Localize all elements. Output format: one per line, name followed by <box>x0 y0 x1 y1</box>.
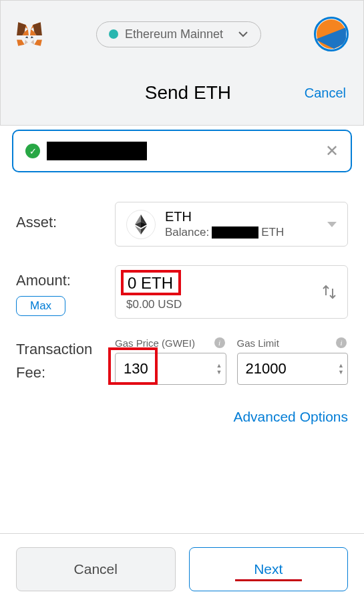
footer: Cancel Next <box>0 533 364 610</box>
amount-value: 0 ETH <box>128 274 173 292</box>
gas-price-label: Gas Price (GWEI) <box>115 337 226 349</box>
gas-inputs: Gas Price (GWEI) i ▲▼ Gas Limit i ▲▼ <box>115 337 348 385</box>
svg-marker-8 <box>25 36 28 38</box>
gas-limit-column: Gas Limit i ▲▼ <box>237 337 349 385</box>
balance-suffix: ETH <box>261 226 284 239</box>
gas-limit-label: Gas Limit <box>237 337 349 349</box>
spinner-arrows[interactable]: ▲▼ <box>338 363 344 375</box>
amount-input[interactable]: 0 ETH $0.00 USD <box>115 265 348 319</box>
svg-marker-9 <box>31 36 33 38</box>
svg-marker-2 <box>34 39 42 45</box>
recipient-input[interactable]: ✓ ✕ <box>12 130 352 172</box>
transaction-fee-row: Transaction Fee: Gas Price (GWEI) i ▲▼ G… <box>16 337 348 385</box>
svg-marker-3 <box>17 39 25 45</box>
amount-row: Amount: Max 0 ETH $0.00 USD <box>16 265 348 319</box>
main-form: Asset: ETH Balance: ETH <box>0 172 364 425</box>
account-menu[interactable] <box>314 17 349 51</box>
spinner-arrows[interactable]: ▲▼ <box>216 363 222 375</box>
amount-highlight-annotation: 0 ETH <box>121 270 181 295</box>
header-top-row: Ethereum Mainnet <box>15 13 349 55</box>
asset-label: Asset: <box>16 202 115 231</box>
next-underline-annotation <box>235 579 302 581</box>
gas-price-column: Gas Price (GWEI) i ▲▼ <box>115 337 226 385</box>
swap-vertical-icon[interactable] <box>322 283 337 301</box>
info-icon[interactable]: i <box>336 337 347 348</box>
max-button[interactable]: Max <box>16 296 65 316</box>
cancel-link[interactable]: Cancel <box>305 86 346 101</box>
next-button-label: Next <box>254 561 283 577</box>
metamask-fox-logo <box>15 20 43 48</box>
amount-label: Amount: <box>16 265 115 289</box>
dropdown-caret-icon <box>327 222 337 227</box>
advanced-options-link[interactable]: Advanced Options <box>16 409 348 425</box>
recipient-address-redacted <box>47 142 147 160</box>
cancel-button[interactable]: Cancel <box>16 547 176 591</box>
account-avatar-icon <box>317 19 346 49</box>
title-row: Send ETH Cancel <box>15 82 349 104</box>
network-status-dot <box>109 29 118 39</box>
header-bar: Ethereum Mainnet Send ETH Cancel <box>0 0 364 126</box>
network-selector[interactable]: Ethereum Mainnet <box>96 21 261 47</box>
asset-symbol: ETH <box>165 209 337 224</box>
network-label: Ethereum Mainnet <box>125 27 223 41</box>
gas-price-input[interactable] <box>115 353 226 385</box>
svg-marker-7 <box>31 39 34 44</box>
amount-usd: $0.00 USD <box>126 298 337 311</box>
svg-marker-6 <box>25 39 28 44</box>
svg-marker-19 <box>327 222 337 227</box>
asset-selector[interactable]: ETH Balance: ETH <box>115 202 348 247</box>
info-icon[interactable]: i <box>214 337 225 348</box>
chevron-down-icon <box>238 31 248 37</box>
check-circle-icon: ✓ <box>25 144 40 158</box>
balance-line: Balance: ETH <box>165 226 337 239</box>
next-button[interactable]: Next <box>189 547 349 591</box>
transaction-fee-label: Transaction Fee: <box>16 337 115 384</box>
eth-icon <box>126 210 156 239</box>
balance-label: Balance: <box>165 226 209 239</box>
page-title: Send ETH <box>71 82 305 104</box>
balance-redacted <box>212 226 258 239</box>
clear-recipient-icon[interactable]: ✕ <box>325 142 339 160</box>
asset-row: Asset: ETH Balance: ETH <box>16 202 348 247</box>
recipient-display: ✓ <box>25 142 147 160</box>
asset-info: ETH Balance: ETH <box>165 209 337 239</box>
gas-limit-input[interactable] <box>237 353 349 385</box>
